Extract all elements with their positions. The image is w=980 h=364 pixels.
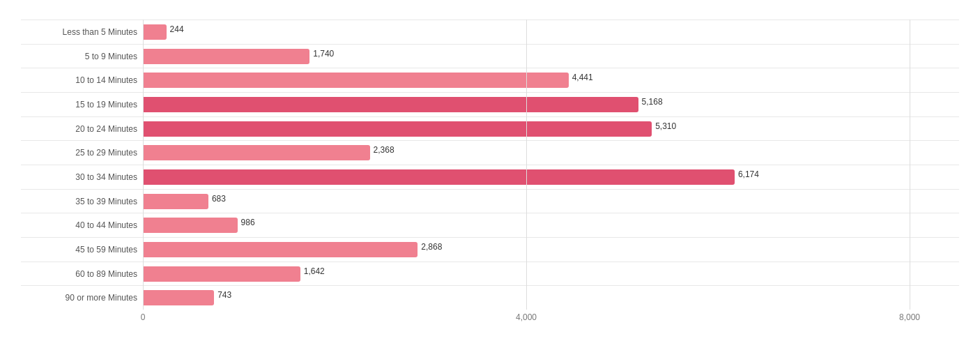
bar-fill: 5,310	[143, 121, 652, 137]
chart-area: Less than 5 Minutes2445 to 9 Minutes1,74…	[21, 20, 959, 326]
bar-label: 20 to 24 Minutes	[21, 124, 143, 134]
bar-track: 683	[143, 190, 959, 213]
x-tick: 8,000	[899, 312, 920, 322]
bar-track: 244	[143, 20, 959, 44]
bar-value: 2,868	[421, 242, 442, 252]
bars-section: Less than 5 Minutes2445 to 9 Minutes1,74…	[21, 20, 959, 310]
chart-container: Less than 5 Minutes2445 to 9 Minutes1,74…	[0, 0, 980, 364]
bar-label: 90 or more Minutes	[21, 293, 143, 303]
bar-fill: 2,868	[143, 242, 418, 257]
bar-row: 10 to 14 Minutes4,441	[21, 68, 959, 92]
bar-fill: 5,168	[143, 97, 638, 112]
bar-label: 45 to 59 Minutes	[21, 245, 143, 255]
bar-track: 5,168	[143, 93, 959, 116]
bar-row: 40 to 44 Minutes986	[21, 213, 959, 237]
bar-fill: 6,174	[143, 169, 735, 185]
bar-label: 15 to 19 Minutes	[21, 100, 143, 109]
bar-value: 1,740	[313, 49, 334, 59]
bar-row: 60 to 89 Minutes1,642	[21, 261, 959, 286]
bar-track: 1,642	[143, 262, 959, 286]
bar-value: 1,642	[304, 266, 325, 276]
bar-value: 986	[241, 218, 255, 227]
bar-label: 40 to 44 Minutes	[21, 220, 143, 230]
bar-value: 4,441	[572, 73, 593, 82]
bar-row: Less than 5 Minutes244	[21, 20, 959, 44]
bar-value: 5,310	[655, 121, 676, 131]
bar-track: 4,441	[143, 68, 959, 92]
bar-label: 5 to 9 Minutes	[21, 52, 143, 61]
bar-row: 35 to 39 Minutes683	[21, 189, 959, 213]
x-tick: 0	[141, 312, 146, 322]
bar-track: 986	[143, 213, 959, 237]
bar-track: 2,868	[143, 238, 959, 261]
bar-track: 743	[143, 286, 959, 310]
bar-track: 5,310	[143, 117, 959, 141]
bar-row: 30 to 34 Minutes6,174	[21, 165, 959, 189]
bar-track: 2,368	[143, 141, 959, 165]
bar-fill: 683	[143, 194, 208, 209]
bar-row: 45 to 59 Minutes2,868	[21, 237, 959, 261]
bar-label: 30 to 34 Minutes	[21, 172, 143, 182]
bar-value: 5,168	[642, 97, 663, 107]
x-axis: 04,0008,000	[143, 312, 959, 326]
bar-row: 90 or more Minutes743	[21, 285, 959, 310]
bar-label: 35 to 39 Minutes	[21, 197, 143, 206]
bar-label: 10 to 14 Minutes	[21, 75, 143, 85]
bar-fill: 743	[143, 290, 214, 305]
bar-fill: 4,441	[143, 73, 569, 88]
bar-label: Less than 5 Minutes	[21, 27, 143, 37]
bar-value: 6,174	[738, 169, 759, 179]
bar-row: 20 to 24 Minutes5,310	[21, 116, 959, 141]
bar-value: 244	[170, 24, 184, 34]
bar-fill: 2,368	[143, 145, 370, 160]
bar-value: 743	[217, 290, 231, 300]
bar-fill: 1,642	[143, 266, 300, 282]
bar-fill: 986	[143, 218, 238, 233]
bar-row: 5 to 9 Minutes1,740	[21, 44, 959, 68]
bar-value: 2,368	[374, 145, 395, 155]
bar-track: 6,174	[143, 165, 959, 189]
bar-label: 25 to 29 Minutes	[21, 148, 143, 158]
bar-row: 25 to 29 Minutes2,368	[21, 140, 959, 165]
bar-label: 60 to 89 Minutes	[21, 269, 143, 279]
bar-value: 683	[212, 194, 226, 204]
bar-row: 15 to 19 Minutes5,168	[21, 92, 959, 116]
bar-track: 1,740	[143, 45, 959, 68]
bar-fill: 1,740	[143, 49, 309, 64]
x-tick: 4,000	[516, 312, 537, 322]
bar-fill: 244	[143, 24, 167, 40]
